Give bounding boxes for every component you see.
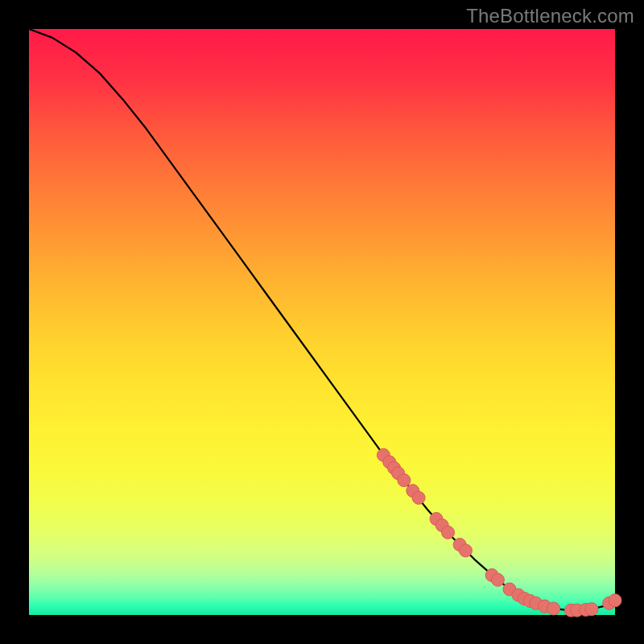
plot-area: [29, 29, 615, 615]
watermark-text: TheBottleneck.com: [466, 5, 634, 27]
data-marker: [585, 603, 598, 616]
data-marker: [398, 474, 411, 487]
data-marker: [491, 573, 504, 586]
data-marker: [609, 594, 621, 607]
marker-group: [377, 448, 621, 617]
data-marker: [442, 526, 455, 539]
chart-frame: TheBottleneck.com: [0, 0, 644, 644]
data-marker: [459, 544, 472, 557]
chart-svg: [29, 29, 615, 615]
data-marker: [547, 602, 560, 615]
data-marker: [412, 491, 425, 504]
bottleneck-curve: [29, 29, 615, 610]
